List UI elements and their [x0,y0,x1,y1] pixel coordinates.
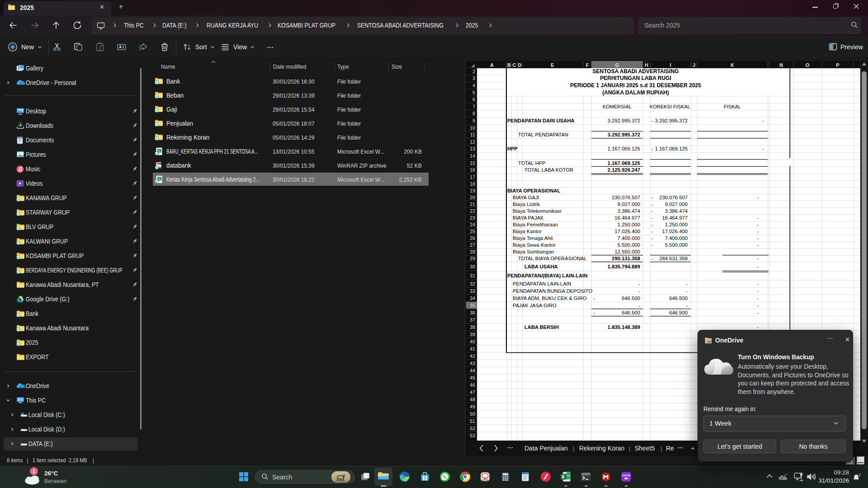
svg-text:29: 29 [470,256,475,261]
svg-text:O: O [806,62,810,68]
svg-text:Biaya Pemeliharaan: Biaya Pemeliharaan [513,222,558,227]
svg-text:23: 23 [470,215,475,221]
svg-text:⋯: ⋯ [677,444,683,451]
svg-text:2: 2 [472,69,475,74]
svg-text:34: 34 [470,296,475,301]
svg-text:FISKAL: FISKAL [724,104,741,109]
svg-text:7.400.000: 7.400.000 [665,235,688,241]
svg-text:3.292.995.372: 3.292.995.372 [655,118,688,123]
svg-text:-: - [686,288,688,294]
svg-text:-: - [651,118,653,123]
svg-text:-: - [638,303,640,308]
svg-text:-: - [593,310,595,315]
svg-text:44: 44 [470,368,475,373]
svg-text:8: 8 [472,111,475,116]
svg-text:49: 49 [470,404,475,409]
svg-text:-: - [651,229,653,234]
svg-text:12.550.000: 12.550.000 [614,249,640,254]
svg-text:43: 43 [470,361,475,366]
svg-text:46: 46 [470,382,475,388]
svg-text:19: 19 [470,188,475,193]
svg-text:17.026.400: 17.026.400 [614,229,640,234]
svg-text:21: 21 [470,202,475,207]
svg-text:-: - [651,202,653,207]
svg-text:39: 39 [470,332,475,337]
svg-text:-: - [651,215,653,221]
svg-text:B: B [507,62,511,68]
svg-text:42: 42 [470,353,475,359]
svg-text:5.500.000: 5.500.000 [618,242,640,248]
svg-text:PERHITUNGAN LABA RUGI: PERHITUNGAN LABA RUGI [600,75,671,81]
svg-text:-: - [651,146,653,151]
svg-text:-: - [638,281,640,286]
svg-text:13: 13 [470,146,475,151]
svg-text:25: 25 [470,229,475,234]
svg-text:22: 22 [470,208,475,214]
svg-text:646.500: 646.500 [622,296,640,301]
svg-text:-: - [762,118,764,123]
svg-text:(ANGKA DALAM RUPIAH): (ANGKA DALAM RUPIAH) [602,89,669,96]
svg-text:14: 14 [470,153,475,159]
svg-text:Data Penjualan: Data Penjualan [524,445,568,452]
svg-text:35: 35 [470,303,475,308]
svg-text:Biaya Sewa Kantor: Biaya Sewa Kantor [513,242,556,248]
svg-text:38: 38 [470,324,475,330]
svg-text:PENDAPATAN DARI USAHA: PENDAPATAN DARI USAHA [507,118,575,123]
svg-text:-: - [651,195,653,200]
svg-text:Sheet5: Sheet5 [635,445,655,452]
svg-text:646.500: 646.500 [622,310,640,315]
svg-text:26: 26 [470,235,475,241]
svg-text:28: 28 [470,249,475,254]
svg-text:|: | [660,445,662,452]
svg-text:15: 15 [470,160,475,166]
svg-text:3: 3 [472,75,475,81]
svg-text:9.027.000: 9.027.000 [618,202,640,207]
svg-text:-: - [757,235,759,241]
svg-text:BIAYA PAJAK: BIAYA PAJAK [513,215,544,221]
svg-text:PENDAPATAN/(BIAYA) LAIN-LAIN: PENDAPATAN/(BIAYA) LAIN-LAIN [507,273,588,278]
svg-text:H: H [645,62,648,68]
svg-text:4: 4 [472,83,475,88]
svg-text:9.027.000: 9.027.000 [665,202,688,207]
svg-text:-: - [593,296,595,301]
svg-text:LABA BERSIH: LABA BERSIH [524,324,559,330]
svg-text:PENDAPATAN LAIN-LAIN: PENDAPATAN LAIN-LAIN [513,281,571,286]
svg-text:230.076.507: 230.076.507 [612,195,640,200]
svg-text:Biaya Telekomunikasi: Biaya Telekomunikasi [513,208,561,214]
svg-text:D: D [518,62,522,68]
svg-text:J: J [693,62,695,68]
svg-text:SENTOSA ABADI ADVERTAISING: SENTOSA ABADI ADVERTAISING [593,68,679,75]
svg-text:-: - [757,296,759,301]
svg-text:290.131.358: 290.131.358 [612,256,640,261]
svg-text:30: 30 [470,264,475,269]
svg-text:5: 5 [472,90,475,95]
svg-text:-: - [757,264,759,269]
svg-text:|: | [629,445,630,452]
svg-text:-: - [757,303,759,308]
svg-text:7: 7 [472,104,475,109]
svg-text:2.125.926.247: 2.125.926.247 [608,167,640,173]
svg-text:45: 45 [470,375,475,380]
svg-text:▮▮▮: ▮▮▮ [624,477,628,479]
svg-text:Biaya Tenaga Ahli: Biaya Tenaga Ahli [513,235,553,241]
svg-text:16: 16 [470,167,475,173]
svg-text:6: 6 [472,97,475,102]
svg-text:18: 18 [470,181,475,187]
svg-text:z: z [860,473,861,475]
svg-text:16.464.977: 16.464.977 [614,215,640,221]
svg-text:1.835.148.389: 1.835.148.389 [608,324,640,330]
svg-text:-: - [757,310,759,315]
svg-text:+: + [691,444,695,452]
svg-text:TOTAL HPP: TOTAL HPP [518,160,546,166]
svg-text:3.386.474: 3.386.474 [665,208,688,214]
svg-text:48: 48 [470,397,475,402]
svg-text:11: 11 [470,132,475,137]
svg-text:⋯: ⋯ [507,444,513,451]
svg-text:LUALOK: LUALOK [622,474,631,477]
svg-text:24: 24 [470,222,475,227]
svg-text:20: 20 [470,195,475,200]
svg-text:TOTAL BIAYA OPERASIONAL: TOTAL BIAYA OPERASIONAL [518,256,587,261]
svg-text:41: 41 [470,346,475,352]
svg-text:Re: Re [666,445,674,452]
svg-text:PAJAK JASA GIRO: PAJAK JASA GIRO [513,303,557,308]
